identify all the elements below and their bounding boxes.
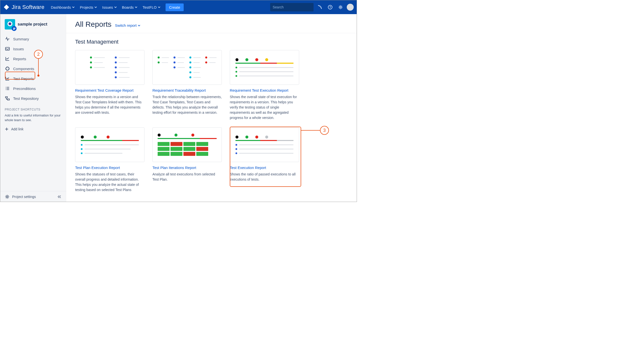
project-type-badge-icon bbox=[12, 26, 16, 31]
annotation-3: 3 bbox=[320, 126, 329, 135]
collapse-sidebar-icon[interactable] bbox=[57, 194, 62, 199]
report-thumb bbox=[230, 127, 299, 162]
chart-icon bbox=[5, 56, 10, 62]
report-title[interactable]: Test Execution Report bbox=[230, 166, 299, 170]
list-icon bbox=[5, 86, 10, 91]
help-icon[interactable]: ? bbox=[326, 3, 334, 12]
sidebar-item-label: Preconditions bbox=[13, 86, 36, 91]
report-title[interactable]: Test Plan Execution Report bbox=[75, 166, 144, 170]
report-thumb bbox=[75, 127, 144, 162]
component-icon bbox=[5, 66, 10, 71]
svg-point-3 bbox=[340, 6, 341, 8]
chevron-down-icon bbox=[138, 24, 140, 27]
svg-point-6 bbox=[10, 23, 11, 24]
sidebar-item-label: Reports bbox=[13, 57, 26, 61]
report-title[interactable]: Requirement Test Execution Report bbox=[230, 88, 299, 92]
section-title: Test Management bbox=[75, 39, 348, 45]
create-button[interactable]: Create bbox=[166, 4, 184, 11]
nav-boards[interactable]: Boards bbox=[120, 0, 140, 14]
report-thumb bbox=[230, 50, 299, 85]
sidebar-item-label: Test Repository bbox=[13, 96, 39, 100]
annotation-connector bbox=[301, 130, 320, 130]
sidebar-item-label: Test Reports bbox=[13, 76, 34, 81]
report-card-test-execution[interactable]: Test Execution Report Shows the ratio of… bbox=[230, 127, 299, 192]
reports-grid: Requirement Test Coverage Report Shows t… bbox=[75, 50, 348, 192]
avatar[interactable] bbox=[347, 4, 354, 11]
nav-dashboards[interactable]: Dashboards bbox=[48, 0, 77, 14]
svg-rect-7 bbox=[13, 28, 15, 28]
feedback-icon[interactable] bbox=[316, 3, 324, 12]
sidebar-item-reports[interactable]: Reports bbox=[0, 54, 66, 64]
settings-icon[interactable] bbox=[336, 3, 345, 12]
chevron-down-icon bbox=[72, 6, 75, 9]
chevron-down-icon bbox=[134, 6, 138, 9]
activity-icon bbox=[5, 36, 10, 42]
chevron-down-icon bbox=[158, 6, 160, 9]
chart-up-icon bbox=[5, 76, 10, 81]
jira-logo[interactable]: Jira Software bbox=[3, 4, 44, 10]
report-card-req-execution[interactable]: Requirement Test Execution Report Shows … bbox=[230, 50, 299, 120]
report-title[interactable]: Test Plan Iterations Report bbox=[152, 166, 222, 170]
report-card-traceability[interactable]: Requirement Traceability Report Track th… bbox=[152, 50, 222, 120]
main-content: All Reports Switch report Test Managemen… bbox=[66, 14, 357, 202]
sidebar-item-preconditions[interactable]: Preconditions bbox=[0, 84, 66, 94]
switch-report-link[interactable]: Switch report bbox=[115, 23, 141, 28]
jira-logo-icon bbox=[3, 4, 10, 10]
svg-rect-9 bbox=[13, 29, 14, 30]
report-card-iterations[interactable]: Test Plan Iterations Report Analyze all … bbox=[152, 127, 222, 192]
report-desc: Analyze all test executions from selecte… bbox=[152, 172, 222, 182]
report-card-coverage[interactable]: Requirement Test Coverage Report Shows t… bbox=[75, 50, 144, 120]
sidebar-item-label: Summary bbox=[13, 37, 29, 41]
add-link-button[interactable]: Add link bbox=[0, 125, 66, 133]
sidebar-item-issues[interactable]: Issues bbox=[0, 44, 66, 54]
chevron-down-icon bbox=[114, 6, 117, 9]
brand-text: Jira Software bbox=[12, 4, 44, 10]
nav-projects[interactable]: Projects bbox=[77, 0, 100, 14]
shortcuts-heading: PROJECT SHORTCUTS bbox=[0, 103, 66, 113]
report-title[interactable]: Requirement Test Coverage Report bbox=[75, 88, 144, 92]
svg-rect-8 bbox=[13, 28, 15, 29]
svg-text:?: ? bbox=[330, 6, 331, 9]
top-nav: Jira Software Dashboards Projects Issues… bbox=[0, 0, 357, 14]
project-name: sample project bbox=[18, 22, 47, 27]
project-avatar bbox=[5, 19, 15, 30]
report-desc: Shows the ratio of passed executions to … bbox=[230, 172, 299, 182]
search-input[interactable] bbox=[273, 5, 316, 9]
report-thumb bbox=[152, 50, 222, 85]
folder-tree-icon bbox=[5, 96, 10, 101]
annotation-connector bbox=[38, 58, 39, 76]
plus-icon bbox=[5, 127, 9, 131]
sidebar-item-label: Issues bbox=[13, 47, 24, 51]
page-title: All Reports bbox=[75, 20, 112, 28]
nav-issues[interactable]: Issues bbox=[100, 0, 119, 14]
sidebar-item-test-reports[interactable]: Test Reports bbox=[0, 74, 66, 84]
search-box[interactable] bbox=[270, 3, 314, 12]
svg-rect-12 bbox=[8, 99, 10, 100]
project-settings-link[interactable]: Project settings bbox=[0, 191, 66, 202]
svg-rect-11 bbox=[6, 97, 8, 98]
tray-icon bbox=[5, 46, 10, 52]
report-desc: Shows the overall state of test executio… bbox=[230, 94, 299, 120]
annotation-connector-dot bbox=[38, 74, 40, 76]
annotation-2: 2 bbox=[34, 50, 43, 59]
nav-testflo[interactable]: TestFLO bbox=[140, 0, 163, 14]
chevron-down-icon bbox=[94, 6, 97, 9]
gear-icon bbox=[5, 194, 10, 199]
report-thumb bbox=[152, 127, 222, 162]
shortcuts-help: Add a link to useful information for you… bbox=[0, 113, 66, 125]
sidebar-item-components[interactable]: Components bbox=[0, 64, 66, 74]
svg-point-13 bbox=[6, 196, 8, 198]
report-card-plan-execution[interactable]: Test Plan Execution Report Shows the sta… bbox=[75, 127, 144, 192]
project-header[interactable]: sample project bbox=[0, 17, 66, 34]
report-thumb bbox=[75, 50, 144, 85]
report-title[interactable]: Requirement Traceability Report bbox=[152, 88, 222, 92]
sidebar-item-test-repository[interactable]: Test Repository bbox=[0, 94, 66, 103]
sidebar: sample project Summary Issues Reports Co… bbox=[0, 14, 66, 202]
report-desc: Track the relationship between requireme… bbox=[152, 94, 222, 115]
report-desc: Shows the requirements in a version and … bbox=[75, 94, 144, 115]
sidebar-item-summary[interactable]: Summary bbox=[0, 34, 66, 44]
sidebar-item-label: Components bbox=[13, 67, 34, 71]
report-desc: Shows the statuses of test cases, their … bbox=[75, 172, 144, 192]
